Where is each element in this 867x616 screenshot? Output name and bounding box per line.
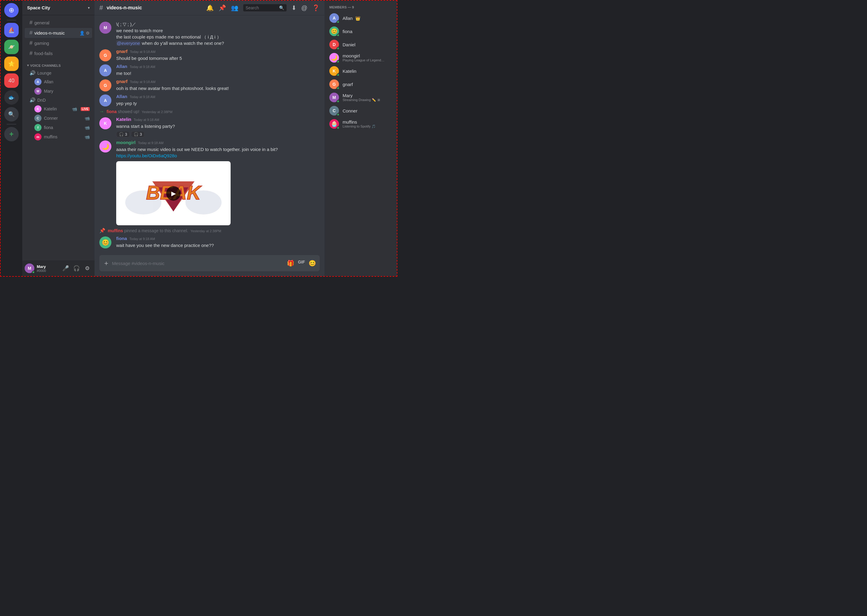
member-item-moongirl[interactable]: 🌙 moongirl Playing League of Legends 🎮 <box>327 51 394 64</box>
allan-author-1[interactable]: Allan <box>116 64 127 69</box>
server-search-icon[interactable]: 🔍 <box>4 107 19 121</box>
voice-channels-category[interactable]: ▾ VOICE CHANNELS <box>22 59 95 69</box>
member-item-conner[interactable]: C Conner <box>327 104 394 117</box>
avatar-image: M <box>34 88 41 95</box>
gnarf-author-2[interactable]: gnarf <box>116 79 128 84</box>
fiona-author[interactable]: fiona <box>116 236 127 241</box>
channel-item-general[interactable]: # general <box>25 18 92 28</box>
user-avatar[interactable]: M <box>25 264 34 273</box>
notification-bell-icon[interactable]: 🔔 <box>206 4 214 11</box>
add-server-button[interactable]: + <box>4 127 19 141</box>
mention-icon[interactable]: @ <box>301 5 307 11</box>
muffins-name: muffins <box>44 134 82 139</box>
voice-member-allan[interactable]: A Allan <box>25 77 92 86</box>
server-icon-fish[interactable]: 🐟 <box>4 90 19 105</box>
chat-input-area: ＋ 🎁 GIF 😊 <box>95 255 325 276</box>
chat-input-box: ＋ 🎁 GIF 😊 <box>99 255 320 271</box>
play-button[interactable]: ▶ <box>166 186 181 201</box>
mary-name: Mary <box>44 89 90 94</box>
server-icon-boat[interactable]: ⛵ <box>4 23 19 37</box>
member-item-gnarf[interactable]: G gnarf <box>327 78 394 91</box>
footer-discriminator: #0000 <box>37 269 58 272</box>
microphone-button[interactable]: 🎤 <box>61 264 71 273</box>
attach-button[interactable]: ＋ <box>103 255 110 271</box>
gnarf-timestamp-1: Today at 9:18 AM <box>130 50 156 53</box>
gnarf-header-1: gnarf Today at 9:18 AM <box>116 49 320 54</box>
voice-channel-lounge[interactable]: 🔊 Lounge <box>25 69 92 77</box>
katelin-member-avatar: K <box>329 66 339 76</box>
fiona-avatar-msg: 😊 <box>99 236 111 248</box>
settings-icon[interactable]: ⚙ <box>86 31 90 36</box>
moongirl-status <box>337 60 340 63</box>
channel-name-videos-n-music: videos-n-music <box>34 30 79 36</box>
daniel-status <box>337 47 340 50</box>
headset-button[interactable]: 🎧 <box>72 264 81 273</box>
katelin-name: Katelin <box>44 107 69 111</box>
search-box[interactable]: Search 🔍 <box>243 4 287 11</box>
moongirl-member-name: moongirl <box>342 53 392 58</box>
channel-item-food-fails[interactable]: # food-fails <box>25 49 92 58</box>
member-item-mary[interactable]: M Mary Streaming Drawing ✏️ 🖥 <box>327 91 394 104</box>
katelin-message: Katelin Today at 9:18 AM wanna start a l… <box>116 117 320 137</box>
voice-member-muffins[interactable]: m muffins 📹 <box>25 132 92 141</box>
member-item-katelin[interactable]: K Katelin <box>327 64 394 78</box>
gnarf-author-1[interactable]: gnarf <box>116 49 128 54</box>
gnarf-info: gnarf <box>342 82 392 87</box>
member-item-fiona[interactable]: 😊 fiona <box>327 25 394 38</box>
allan-header-1: Allan Today at 9:18 AM <box>116 64 320 69</box>
muffins-system-name[interactable]: muffins <box>108 228 123 233</box>
channel-header: # videos-n-music 🔔 📌 👥 Search 🔍 ⬇ @ ❓ <box>95 1 325 15</box>
voice-member-conner[interactable]: C Conner 📹 <box>25 114 92 123</box>
fiona-status <box>337 34 340 37</box>
chevron-down-icon: ▾ <box>88 6 90 10</box>
voice-member-fiona[interactable]: f fiona 📹 <box>25 123 92 132</box>
pin-icon[interactable]: 📌 <box>219 4 226 11</box>
server-icon-number[interactable]: 40 <box>4 73 19 88</box>
gnarf-avatar-2: G <box>99 79 111 91</box>
hash-icon: # <box>30 30 33 36</box>
moongirl-author[interactable]: moongirl <box>116 140 136 145</box>
help-icon[interactable]: ❓ <box>312 4 320 11</box>
message-input[interactable] <box>112 257 284 269</box>
allan-author-2[interactable]: Allan <box>116 94 127 99</box>
gnarf-header-2: gnarf Today at 9:18 AM <box>116 79 320 84</box>
channel-item-videos-n-music[interactable]: # videos-n-music 👤 ⚙ <box>25 28 92 38</box>
headphones-emoji-1: 🎧 <box>119 132 124 137</box>
gif-button[interactable]: GIF <box>298 259 305 267</box>
headphones-emoji-2: 🎧 <box>134 132 139 137</box>
video-embed[interactable]: BEAK ▶ <box>116 161 230 225</box>
discord-logo[interactable]: ⊕ <box>4 3 19 17</box>
moongirl-avatar-msg: 🌙 <box>99 140 111 152</box>
emoji-button[interactable]: 😊 <box>309 259 316 267</box>
member-item-muffins[interactable]: 🧁 muffins Listening to Spotify 🎵 <box>327 117 394 130</box>
pin-system-icon: 📌 <box>99 228 106 233</box>
reaction-headphones-2[interactable]: 🎧 3 <box>131 131 145 137</box>
settings-button[interactable]: ⚙ <box>82 264 92 273</box>
reaction-headphones-1[interactable]: 🎧 3 <box>116 131 130 137</box>
voice-channel-dnd[interactable]: 🔊 DnD <box>25 96 92 104</box>
katelin-author[interactable]: Katelin <box>116 117 131 122</box>
download-icon[interactable]: ⬇ <box>292 4 296 11</box>
katelin-text: wanna start a listening party? <box>116 123 320 129</box>
members-icon[interactable]: 👥 <box>231 4 238 11</box>
channel-item-gaming[interactable]: # gaming <box>25 38 92 48</box>
server-icon-star[interactable]: ⭐ <box>4 57 19 71</box>
video-icon-m: 📹 <box>85 134 90 139</box>
voice-member-mary[interactable]: M Mary <box>25 86 92 96</box>
add-member-icon[interactable]: 👤 <box>79 31 85 36</box>
server-icon-planet[interactable]: 🪐 <box>4 40 19 54</box>
member-item-allan[interactable]: A Allan 👑 <box>327 11 394 25</box>
fiona-message: fiona Today at 9:18 AM wait have you see… <box>116 236 320 248</box>
fiona-system-name[interactable]: fiona <box>107 109 117 114</box>
pinned-text: pinned a message to this channel. <box>124 228 189 233</box>
voice-member-katelin[interactable]: K Katelin 📹 LIVE <box>25 104 92 113</box>
video-link[interactable]: https://youtu.be/OiDx6aQ928o <box>116 153 177 158</box>
server-name-header[interactable]: Space City ▾ <box>22 1 95 15</box>
main-content: # videos-n-music 🔔 📌 👥 Search 🔍 ⬇ @ ❓ M … <box>95 1 325 276</box>
gift-icon[interactable]: 🎁 <box>287 259 295 267</box>
conner-member-avatar: C <box>329 106 339 115</box>
message-group-fiona: 😊 fiona Today at 9:18 AM wait have you s… <box>95 235 325 250</box>
member-item-daniel[interactable]: D Daniel <box>327 38 394 51</box>
message-group-allan-2: A Allan Today at 9:18 AM yep yep ty <box>95 93 325 108</box>
message-group-gnarf-1: G gnarf Today at 9:18 AM Should be good … <box>95 47 325 63</box>
